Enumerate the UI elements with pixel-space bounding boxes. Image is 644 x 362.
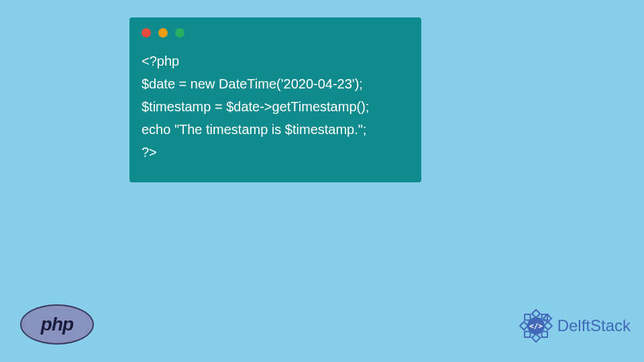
code-line: $timestamp = $date->getTimestamp();: [142, 99, 369, 114]
maximize-icon: [175, 28, 184, 38]
php-logo: php: [20, 304, 94, 345]
window-traffic-lights: [129, 17, 421, 44]
delftstack-icon: </>: [517, 307, 555, 345]
code-content: <?php $date = new DateTime('2020-04-23')…: [129, 44, 421, 169]
code-line: <?php: [142, 54, 179, 68]
code-line: $date = new DateTime('2020-04-23');: [142, 76, 363, 91]
code-line: echo "The timestamp is $timestamp.";: [142, 122, 366, 137]
minimize-icon: [158, 28, 168, 38]
php-logo-text: php: [41, 314, 73, 335]
svg-text:</>: </>: [529, 322, 543, 330]
delftstack-logo: </> DelftStack: [517, 307, 631, 345]
delftstack-text: DelftStack: [557, 316, 631, 335]
code-window: <?php $date = new DateTime('2020-04-23')…: [129, 17, 421, 182]
php-logo-ellipse: php: [20, 304, 94, 345]
close-icon: [142, 28, 151, 38]
code-line: ?>: [142, 145, 157, 160]
